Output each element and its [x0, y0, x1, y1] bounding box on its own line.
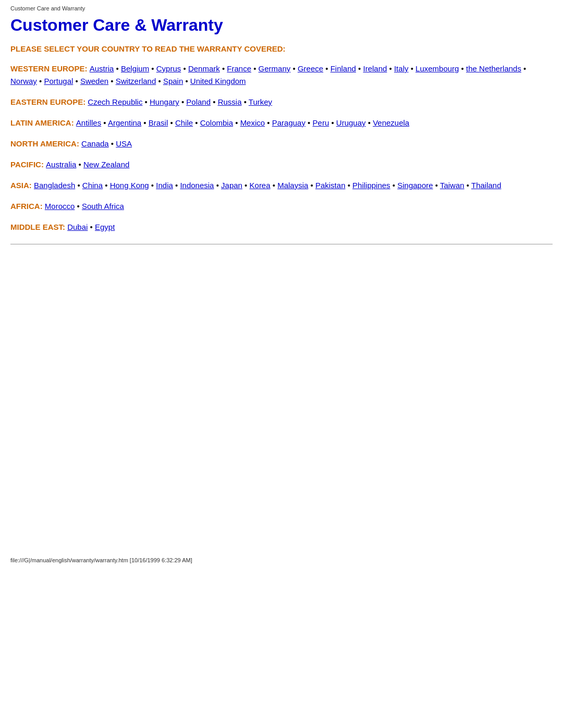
region-label-africa: AFRICA: [10, 202, 45, 211]
country-link-finland[interactable]: Finland [331, 64, 356, 73]
country-link-hungary[interactable]: Hungary [150, 97, 179, 106]
country-link-luxembourg[interactable]: Luxembourg [415, 64, 459, 73]
country-link-south-africa[interactable]: South Africa [82, 202, 124, 211]
country-link-canada[interactable]: Canada [81, 139, 109, 148]
country-link-thailand[interactable]: Thailand [471, 181, 501, 190]
country-link-new-zealand[interactable]: New Zealand [83, 160, 129, 169]
region-western-europe: WESTERN EUROPE: Austria • Belgium • Cypr… [10, 63, 553, 88]
country-link-australia[interactable]: Australia [46, 160, 76, 169]
country-link-usa[interactable]: USA [116, 139, 132, 148]
country-link-korea[interactable]: Korea [250, 181, 271, 190]
region-pacific: PACIFIC: Australia • New Zealand [10, 158, 553, 171]
country-link-colombia[interactable]: Colombia [200, 118, 233, 127]
country-link-turkey[interactable]: Turkey [249, 97, 272, 106]
country-link-hong-kong[interactable]: Hong Kong [110, 181, 149, 190]
country-link-antilles[interactable]: Antilles [76, 118, 101, 127]
country-link-norway[interactable]: Norway [10, 77, 37, 85]
country-link-philippines[interactable]: Philippines [352, 181, 390, 190]
country-link-the-netherlands[interactable]: the Netherlands [466, 64, 521, 73]
country-link-egypt[interactable]: Egypt [95, 223, 115, 231]
country-link-denmark[interactable]: Denmark [188, 64, 220, 73]
footer: file:///G|/manual/english/warranty/warra… [10, 557, 553, 563]
page-title: Customer Care & Warranty [10, 16, 553, 35]
country-link-italy[interactable]: Italy [394, 64, 409, 73]
region-label-western-europe: WESTERN EUROPE: [10, 64, 90, 73]
country-link-russia[interactable]: Russia [218, 97, 242, 106]
country-link-indonesia[interactable]: Indonesia [180, 181, 214, 190]
region-middle-east: MIDDLE EAST: Dubai • Egypt [10, 221, 553, 233]
country-link-taiwan[interactable]: Taiwan [440, 181, 464, 190]
region-asia: ASIA: Bangladesh • China • Hong Kong • I… [10, 179, 553, 192]
country-link-sweden[interactable]: Sweden [80, 77, 108, 85]
country-link-brasil[interactable]: Brasil [149, 118, 168, 127]
country-link-uruguay[interactable]: Uruguay [336, 118, 366, 127]
country-link-japan[interactable]: Japan [221, 181, 242, 190]
region-africa: AFRICA: Morocco • South Africa [10, 200, 553, 213]
region-label-middle-east: MIDDLE EAST: [10, 223, 67, 231]
region-label-latin-america: LATIN AMERICA: [10, 118, 76, 127]
country-link-austria[interactable]: Austria [90, 64, 114, 73]
country-link-united-kingdom[interactable]: United Kingdom [190, 77, 246, 85]
country-link-paraguay[interactable]: Paraguay [272, 118, 305, 127]
country-link-ireland[interactable]: Ireland [363, 64, 387, 73]
region-label-pacific: PACIFIC: [10, 160, 46, 169]
region-eastern-europe: EASTERN EUROPE: Czech Republic • Hungary… [10, 96, 553, 108]
country-link-france[interactable]: France [227, 64, 251, 73]
country-link-argentina[interactable]: Argentina [108, 118, 141, 127]
separator [10, 244, 553, 244]
country-link-spain[interactable]: Spain [163, 77, 183, 85]
country-link-portugal[interactable]: Portugal [44, 77, 73, 85]
region-label-eastern-europe: EASTERN EUROPE: [10, 97, 88, 106]
regions-container: WESTERN EUROPE: Austria • Belgium • Cypr… [10, 63, 553, 233]
region-latin-america: LATIN AMERICA: Antilles • Argentina • Br… [10, 117, 553, 129]
country-link-bangladesh[interactable]: Bangladesh [34, 181, 75, 190]
country-link-china[interactable]: China [82, 181, 103, 190]
country-link-peru[interactable]: Peru [313, 118, 329, 127]
country-link-cyprus[interactable]: Cyprus [156, 64, 181, 73]
country-link-venezuela[interactable]: Venezuela [373, 118, 409, 127]
country-link-dubai[interactable]: Dubai [67, 223, 88, 231]
country-link-chile[interactable]: Chile [175, 118, 193, 127]
browser-tab: Customer Care and Warranty [10, 5, 553, 11]
country-link-switzerland[interactable]: Switzerland [116, 77, 156, 85]
region-label-north-america: NORTH AMERICA: [10, 139, 81, 148]
country-link-greece[interactable]: Greece [298, 64, 323, 73]
country-link-belgium[interactable]: Belgium [121, 64, 149, 73]
country-link-singapore[interactable]: Singapore [397, 181, 433, 190]
country-link-pakistan[interactable]: Pakistan [315, 181, 346, 190]
country-link-india[interactable]: India [156, 181, 173, 190]
region-north-america: NORTH AMERICA: Canada • USA [10, 138, 553, 150]
subtitle: PLEASE SELECT YOUR COUNTRY TO READ THE W… [10, 44, 553, 53]
region-label-asia: ASIA: [10, 181, 34, 190]
country-link-mexico[interactable]: Mexico [240, 118, 265, 127]
country-link-germany[interactable]: Germany [259, 64, 291, 73]
country-link-czech-republic[interactable]: Czech Republic [88, 97, 142, 106]
country-link-malaysia[interactable]: Malaysia [277, 181, 308, 190]
country-link-morocco[interactable]: Morocco [45, 202, 75, 211]
country-link-poland[interactable]: Poland [186, 97, 211, 106]
